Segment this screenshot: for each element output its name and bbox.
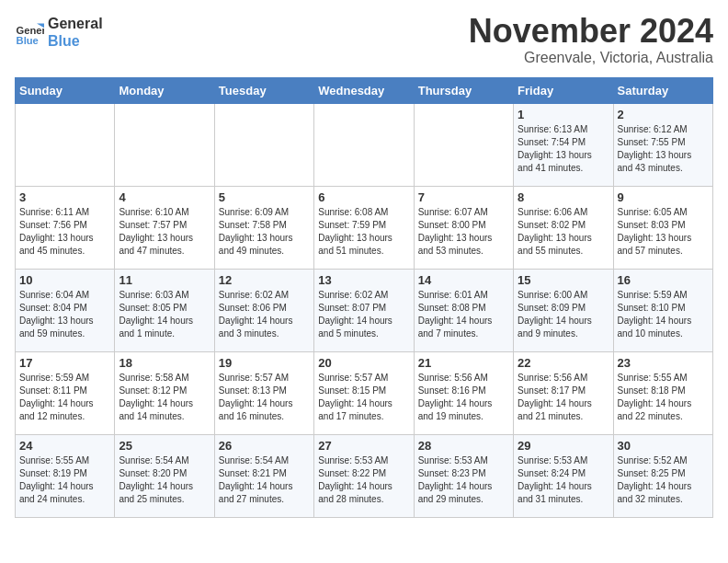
col-header-wednesday: Wednesday	[314, 78, 414, 104]
day-info: Sunrise: 6:09 AM Sunset: 7:58 PM Dayligh…	[219, 206, 310, 258]
calendar-cell: 8Sunrise: 6:06 AM Sunset: 8:02 PM Daylig…	[514, 187, 613, 270]
day-number: 8	[518, 190, 609, 204]
col-header-monday: Monday	[115, 78, 214, 104]
calendar-cell: 10Sunrise: 6:04 AM Sunset: 8:04 PM Dayli…	[16, 270, 115, 352]
calendar-week-2: 3Sunrise: 6:11 AM Sunset: 7:56 PM Daylig…	[16, 187, 713, 270]
day-info: Sunrise: 6:11 AM Sunset: 7:56 PM Dayligh…	[19, 206, 110, 258]
day-number: 3	[19, 190, 110, 204]
day-number: 10	[19, 273, 110, 287]
calendar-cell	[314, 104, 414, 187]
calendar-header-row: SundayMondayTuesdayWednesdayThursdayFrid…	[16, 78, 713, 104]
day-number: 7	[418, 190, 509, 204]
calendar-cell: 26Sunrise: 5:54 AM Sunset: 8:21 PM Dayli…	[214, 435, 313, 518]
day-number: 18	[119, 356, 210, 370]
logo-icon: General Blue	[15, 17, 44, 47]
day-info: Sunrise: 5:57 AM Sunset: 8:13 PM Dayligh…	[219, 372, 310, 423]
day-info: Sunrise: 6:12 AM Sunset: 7:55 PM Dayligh…	[618, 123, 709, 175]
day-info: Sunrise: 6:02 AM Sunset: 8:07 PM Dayligh…	[318, 289, 409, 340]
day-info: Sunrise: 6:13 AM Sunset: 7:54 PM Dayligh…	[518, 123, 609, 175]
day-number: 1	[518, 108, 609, 121]
calendar-cell	[16, 104, 115, 187]
day-number: 15	[518, 273, 609, 287]
col-header-friday: Friday	[514, 78, 613, 104]
day-info: Sunrise: 6:02 AM Sunset: 8:06 PM Dayligh…	[219, 289, 310, 340]
day-number: 14	[418, 273, 509, 287]
calendar-cell: 20Sunrise: 5:57 AM Sunset: 8:15 PM Dayli…	[314, 352, 414, 435]
svg-text:Blue: Blue	[17, 35, 39, 46]
day-number: 11	[119, 273, 210, 287]
day-number: 29	[518, 439, 609, 453]
day-number: 17	[19, 356, 110, 370]
calendar-cell	[115, 104, 214, 187]
calendar-cell: 4Sunrise: 6:10 AM Sunset: 7:57 PM Daylig…	[115, 187, 214, 270]
calendar-cell: 29Sunrise: 5:53 AM Sunset: 8:24 PM Dayli…	[514, 435, 613, 518]
day-info: Sunrise: 6:01 AM Sunset: 8:08 PM Dayligh…	[418, 289, 509, 340]
calendar-cell	[414, 104, 513, 187]
day-info: Sunrise: 5:55 AM Sunset: 8:18 PM Dayligh…	[618, 372, 709, 423]
calendar-cell: 9Sunrise: 6:05 AM Sunset: 8:03 PM Daylig…	[613, 187, 712, 270]
calendar-cell: 27Sunrise: 5:53 AM Sunset: 8:22 PM Dayli…	[314, 435, 414, 518]
calendar-cell: 30Sunrise: 5:52 AM Sunset: 8:25 PM Dayli…	[613, 435, 712, 518]
calendar-cell: 24Sunrise: 5:55 AM Sunset: 8:19 PM Dayli…	[16, 435, 115, 518]
calendar-cell: 7Sunrise: 6:07 AM Sunset: 8:00 PM Daylig…	[414, 187, 513, 270]
logo: General Blue General Blue	[15, 15, 103, 50]
calendar-cell: 13Sunrise: 6:02 AM Sunset: 8:07 PM Dayli…	[314, 270, 414, 352]
day-number: 26	[219, 439, 310, 453]
calendar-cell: 19Sunrise: 5:57 AM Sunset: 8:13 PM Dayli…	[214, 352, 313, 435]
day-number: 4	[119, 190, 210, 204]
logo-general: General	[48, 15, 103, 32]
calendar-cell: 15Sunrise: 6:00 AM Sunset: 8:09 PM Dayli…	[514, 270, 613, 352]
logo-blue: Blue	[48, 32, 103, 50]
calendar-week-1: 1Sunrise: 6:13 AM Sunset: 7:54 PM Daylig…	[16, 104, 713, 187]
day-number: 25	[119, 439, 210, 453]
calendar-cell: 18Sunrise: 5:58 AM Sunset: 8:12 PM Dayli…	[115, 352, 214, 435]
day-info: Sunrise: 6:06 AM Sunset: 8:02 PM Dayligh…	[518, 206, 609, 258]
calendar-cell: 17Sunrise: 5:59 AM Sunset: 8:11 PM Dayli…	[16, 352, 115, 435]
day-number: 2	[618, 108, 709, 121]
calendar-cell: 16Sunrise: 5:59 AM Sunset: 8:10 PM Dayli…	[613, 270, 712, 352]
calendar-cell: 11Sunrise: 6:03 AM Sunset: 8:05 PM Dayli…	[115, 270, 214, 352]
day-info: Sunrise: 6:07 AM Sunset: 8:00 PM Dayligh…	[418, 206, 509, 258]
calendar-cell	[214, 104, 313, 187]
page-header: General Blue General Blue November 2024 …	[15, 15, 713, 66]
day-info: Sunrise: 6:08 AM Sunset: 7:59 PM Dayligh…	[318, 206, 409, 258]
title-area: November 2024 Greenvale, Victoria, Austr…	[469, 15, 713, 66]
col-header-saturday: Saturday	[613, 78, 712, 104]
day-info: Sunrise: 5:55 AM Sunset: 8:19 PM Dayligh…	[19, 454, 110, 506]
month-title: November 2024	[469, 15, 713, 48]
day-info: Sunrise: 6:03 AM Sunset: 8:05 PM Dayligh…	[119, 289, 210, 340]
day-number: 12	[219, 273, 310, 287]
calendar-cell: 25Sunrise: 5:54 AM Sunset: 8:20 PM Dayli…	[115, 435, 214, 518]
day-number: 30	[618, 439, 709, 453]
day-info: Sunrise: 5:59 AM Sunset: 8:10 PM Dayligh…	[618, 289, 709, 340]
calendar-cell: 1Sunrise: 6:13 AM Sunset: 7:54 PM Daylig…	[514, 104, 613, 187]
day-info: Sunrise: 5:52 AM Sunset: 8:25 PM Dayligh…	[618, 454, 709, 506]
day-info: Sunrise: 5:57 AM Sunset: 8:15 PM Dayligh…	[318, 372, 409, 423]
day-info: Sunrise: 6:10 AM Sunset: 7:57 PM Dayligh…	[119, 206, 210, 258]
day-info: Sunrise: 5:56 AM Sunset: 8:16 PM Dayligh…	[418, 372, 509, 423]
day-number: 20	[318, 356, 409, 370]
col-header-sunday: Sunday	[16, 78, 115, 104]
col-header-tuesday: Tuesday	[214, 78, 313, 104]
calendar-cell: 22Sunrise: 5:56 AM Sunset: 8:17 PM Dayli…	[514, 352, 613, 435]
day-info: Sunrise: 6:00 AM Sunset: 8:09 PM Dayligh…	[518, 289, 609, 340]
day-number: 9	[618, 190, 709, 204]
calendar-cell: 23Sunrise: 5:55 AM Sunset: 8:18 PM Dayli…	[613, 352, 712, 435]
location-subtitle: Greenvale, Victoria, Australia	[469, 50, 713, 66]
day-number: 6	[318, 190, 409, 204]
day-info: Sunrise: 6:05 AM Sunset: 8:03 PM Dayligh…	[618, 206, 709, 258]
calendar-week-3: 10Sunrise: 6:04 AM Sunset: 8:04 PM Dayli…	[16, 270, 713, 352]
day-number: 27	[318, 439, 409, 453]
svg-text:General: General	[17, 25, 44, 36]
calendar-cell: 3Sunrise: 6:11 AM Sunset: 7:56 PM Daylig…	[16, 187, 115, 270]
calendar-cell: 5Sunrise: 6:09 AM Sunset: 7:58 PM Daylig…	[214, 187, 313, 270]
day-number: 5	[219, 190, 310, 204]
day-number: 22	[518, 356, 609, 370]
col-header-thursday: Thursday	[414, 78, 513, 104]
calendar-table: SundayMondayTuesdayWednesdayThursdayFrid…	[15, 77, 713, 518]
day-info: Sunrise: 5:53 AM Sunset: 8:22 PM Dayligh…	[318, 454, 409, 506]
day-number: 16	[618, 273, 709, 287]
calendar-cell: 14Sunrise: 6:01 AM Sunset: 8:08 PM Dayli…	[414, 270, 513, 352]
calendar-cell: 28Sunrise: 5:53 AM Sunset: 8:23 PM Dayli…	[414, 435, 513, 518]
day-info: Sunrise: 5:54 AM Sunset: 8:21 PM Dayligh…	[219, 454, 310, 506]
